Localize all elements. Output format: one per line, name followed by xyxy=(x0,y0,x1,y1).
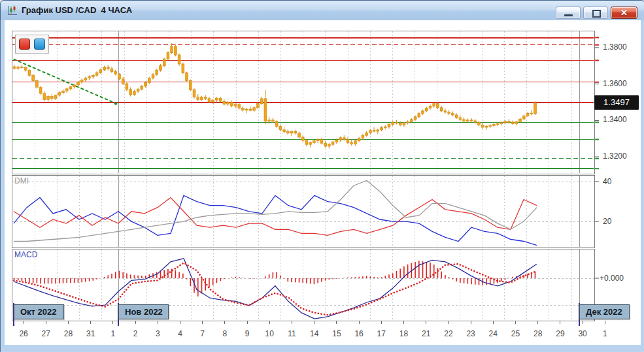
x-axis-day-label: 15 xyxy=(327,329,347,338)
x-axis-day-label: 16 xyxy=(349,329,369,338)
x-axis-day-label: 25 xyxy=(506,329,526,338)
x-axis-day-label: 31 xyxy=(81,329,101,338)
x-axis-day-label: 14 xyxy=(305,329,324,338)
x-axis-day-label: 2 xyxy=(126,329,145,338)
price-axis-label: 1.3400 xyxy=(603,115,627,124)
x-axis-day-label: 4 xyxy=(171,329,190,338)
x-axis-day-label: 27 xyxy=(36,329,56,338)
dmi-panel-label: DMI xyxy=(14,176,29,185)
current-price-badge: 1.3497 xyxy=(594,95,639,110)
month-label-dec: Дек 2022 xyxy=(579,304,630,319)
app-window: График USD /CAD 4 ЧАСА ✕ DMI MACD 1.3800… xyxy=(0,0,644,352)
x-axis-day-label: 30 xyxy=(573,329,592,338)
x-axis-day-label: 10 xyxy=(260,329,279,338)
x-axis-day-label: 3 xyxy=(148,329,167,338)
price-axis-label: 1.3200 xyxy=(603,152,627,161)
x-axis-day-label: 26 xyxy=(14,329,33,338)
dmi-tick-40: 40 xyxy=(603,177,611,186)
chart-mini-toolbar xyxy=(15,35,49,54)
x-axis-day-label: 11 xyxy=(282,329,302,338)
month-label-oct: Окт 2022 xyxy=(14,304,64,319)
x-axis-day-label: 17 xyxy=(371,329,391,338)
blue-marker-button[interactable] xyxy=(34,39,45,50)
dmi-tick-20: 20 xyxy=(603,217,611,226)
red-marker-button[interactable] xyxy=(19,39,30,50)
x-axis-day-label: 18 xyxy=(394,329,414,338)
x-axis-day-label: 9 xyxy=(237,329,257,338)
x-axis-day-label: 1 xyxy=(595,329,615,338)
macd-zero-tick: +0.000 xyxy=(600,274,624,283)
x-axis-day-label: 21 xyxy=(416,329,436,338)
x-axis-day-label: 7 xyxy=(193,329,212,338)
x-axis-day-label: 22 xyxy=(439,329,458,338)
x-axis-day-label: 8 xyxy=(215,329,235,338)
month-label-nov: Нов 2022 xyxy=(118,304,169,319)
chart-canvas[interactable] xyxy=(1,1,644,352)
x-axis-day-label: 1 xyxy=(103,329,123,338)
x-axis-day-label: 29 xyxy=(551,329,570,338)
x-axis-day-label: 24 xyxy=(483,329,503,338)
price-axis-label: 1.3800 xyxy=(603,42,627,52)
x-axis-day-label: 28 xyxy=(59,329,78,338)
macd-panel-label: MACD xyxy=(14,250,37,259)
x-axis-day-label: 23 xyxy=(461,329,481,338)
x-axis-day-label: 28 xyxy=(528,329,548,338)
price-axis-label: 1.3600 xyxy=(603,79,627,88)
